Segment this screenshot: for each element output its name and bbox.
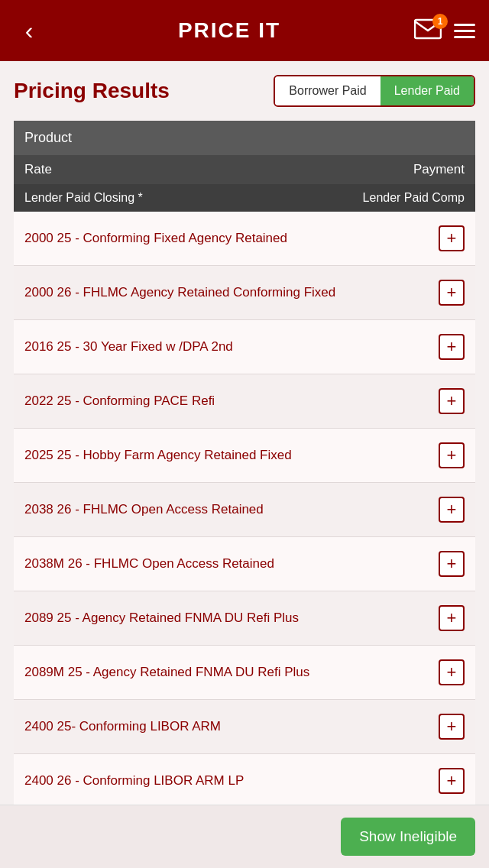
expand-button[interactable]: + [439,388,465,414]
menu-line-1 [454,24,475,26]
expand-button[interactable]: + [439,442,465,468]
product-table: Product Rate Payment Lender Paid Closing… [14,121,475,808]
table-row: 2000 26 - FHLMC Agency Retained Conformi… [14,266,475,320]
table-row: 2016 25 - 30 Year Fixed w /DPA 2nd+ [14,320,475,374]
col-comp-label: Lender Paid Comp [363,191,465,205]
product-name: 2022 25 - Conforming PACE Refi [24,394,439,409]
col-rate-label: Rate [24,162,52,177]
lender-paid-toggle[interactable]: Lender Paid [381,76,474,105]
table-row: 2089M 25 - Agency Retained FNMA DU Refi … [14,646,475,700]
back-button[interactable]: ‹ [14,17,44,45]
table-subheader-closing-comp: Lender Paid Closing * Lender Paid Comp [14,184,475,212]
col-closing-label: Lender Paid Closing * [24,191,143,205]
product-name: 2038 26 - FHLMC Open Access Retained [24,502,439,517]
table-row: 2089 25 - Agency Retained FNMA DU Refi P… [14,591,475,646]
show-ineligible-button[interactable]: Show Ineligible [341,818,475,856]
product-name: 2089M 25 - Agency Retained FNMA DU Refi … [24,665,439,680]
table-row: 2000 25 - Conforming Fixed Agency Retain… [14,212,475,266]
main-content: Pricing Results Borrower Paid Lender Pai… [0,61,489,868]
table-row: 2022 25 - Conforming PACE Refi+ [14,374,475,429]
expand-button[interactable]: + [439,605,465,631]
expand-button[interactable]: + [439,225,465,251]
product-name: 2025 25 - Hobby Farm Agency Retained Fix… [24,448,439,463]
table-subheader-rate-payment: Rate Payment [14,155,475,184]
borrower-paid-toggle[interactable]: Borrower Paid [275,76,380,105]
expand-button[interactable]: + [439,714,465,740]
expand-button[interactable]: + [439,551,465,577]
payment-toggle-group: Borrower Paid Lender Paid [274,75,475,107]
table-row: 2400 26 - Conforming LIBOR ARM LP+ [14,754,475,808]
product-list: 2000 25 - Conforming Fixed Agency Retain… [14,212,475,808]
product-name: 2000 26 - FHLMC Agency Retained Conformi… [24,285,439,300]
product-name: 2016 25 - 30 Year Fixed w /DPA 2nd [24,339,439,355]
top-row: Pricing Results Borrower Paid Lender Pai… [14,75,475,107]
table-row: 2400 25- Conforming LIBOR ARM+ [14,700,475,754]
expand-button[interactable]: + [439,659,465,685]
table-row: 2038M 26 - FHLMC Open Access Retained+ [14,537,475,591]
product-name: 2038M 26 - FHLMC Open Access Retained [24,556,439,572]
mail-button[interactable]: 1 [414,18,442,43]
app-header: ‹ PRICE IT 1 [0,0,489,61]
expand-button[interactable]: + [439,334,465,360]
expand-button[interactable]: + [439,280,465,306]
menu-button[interactable] [454,24,475,38]
header-icons: 1 [414,18,475,43]
col-payment-label: Payment [413,162,465,177]
bottom-bar: Show Ineligible [0,805,489,868]
product-name: 2400 25- Conforming LIBOR ARM [24,719,439,734]
menu-line-3 [454,36,475,38]
app-title: PRICE IT [178,18,280,43]
expand-button[interactable]: + [439,768,465,794]
product-name: 2400 26 - Conforming LIBOR ARM LP [24,773,439,789]
product-name: 2000 25 - Conforming Fixed Agency Retain… [24,231,439,246]
table-row: 2038 26 - FHLMC Open Access Retained+ [14,483,475,537]
table-header-product: Product [14,121,475,155]
col-product-label: Product [24,130,72,145]
table-row: 2025 25 - Hobby Farm Agency Retained Fix… [14,429,475,483]
product-name: 2089 25 - Agency Retained FNMA DU Refi P… [24,611,439,626]
page-title: Pricing Results [14,79,170,103]
expand-button[interactable]: + [439,497,465,523]
mail-badge: 1 [432,14,448,29]
menu-line-2 [454,30,475,32]
